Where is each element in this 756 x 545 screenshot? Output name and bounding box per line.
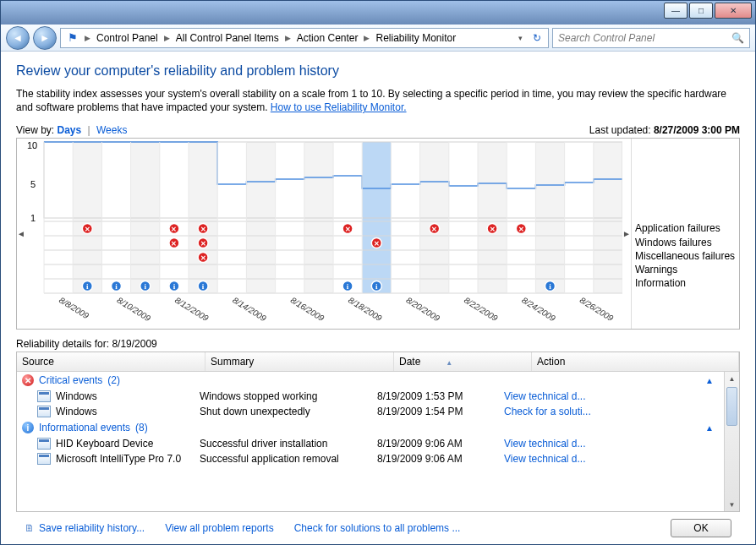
chevron-right-icon: ▶ <box>285 34 291 42</box>
cell-action-link[interactable]: View technical d... <box>504 390 734 402</box>
svg-text:✕: ✕ <box>85 226 90 233</box>
cell-source: Windows <box>37 406 200 417</box>
refresh-icon[interactable]: ↻ <box>529 32 545 44</box>
cell-summary: Successful driver installation <box>200 438 377 450</box>
svg-text:8/18/2009: 8/18/2009 <box>347 296 384 324</box>
save-history-link[interactable]: 🗎 Save reliability history... <box>25 522 145 534</box>
minimize-button[interactable]: — <box>664 3 688 19</box>
collapse-icon[interactable]: ▲ <box>705 423 714 433</box>
breadcrumb[interactable]: All Control Panel Items <box>173 32 282 44</box>
svg-text:8/20/2009: 8/20/2009 <box>404 296 441 324</box>
scrollbar[interactable]: ▲ ▼ <box>724 372 739 511</box>
breadcrumb[interactable]: Control Panel <box>94 32 161 44</box>
scroll-down-icon[interactable]: ▼ <box>725 498 739 511</box>
reliability-chart: ◄ 1051✕✕✕✕✕✕✕✕✕✕✕iiiiiiii8/8/20098/10/20… <box>16 138 740 330</box>
back-button[interactable]: ◄ <box>6 26 30 50</box>
col-date[interactable]: Date▲ <box>394 352 532 371</box>
cell-source: Microsoft IntelliType Pro 7.0 <box>37 453 200 465</box>
svg-text:8/26/2009: 8/26/2009 <box>578 296 616 324</box>
col-source[interactable]: Source <box>17 352 205 371</box>
collapse-icon[interactable]: ▲ <box>705 376 714 385</box>
reliability-monitor-window: — □ ✕ ◄ ► ⚑ ▶ Control Panel ▶ All Contro… <box>0 0 756 545</box>
svg-text:8/24/2009: 8/24/2009 <box>520 296 557 324</box>
svg-text:10: 10 <box>27 140 37 150</box>
search-icon[interactable]: 🔍 <box>731 32 744 44</box>
svg-text:✕: ✕ <box>345 226 351 233</box>
cell-summary: Shut down unexpectedly <box>200 406 377 417</box>
svg-text:5: 5 <box>30 179 36 189</box>
cell-action-link[interactable]: View technical d... <box>504 438 734 450</box>
table-row[interactable]: Microsoft IntelliType Pro 7.0Successful … <box>17 451 739 466</box>
maximize-button[interactable]: □ <box>689 3 713 19</box>
address-dropdown-icon[interactable]: ▾ <box>515 34 526 42</box>
app-icon <box>37 453 51 465</box>
group-label: Critical events <box>39 374 102 386</box>
error-icon: ✕ <box>22 374 34 386</box>
viewby-label: View by: <box>16 124 54 136</box>
cell-summary: Windows stopped working <box>200 390 377 402</box>
viewby-days[interactable]: Days <box>57 124 81 136</box>
ok-button[interactable]: OK <box>671 519 731 537</box>
table-header: Source Summary Date▲ Action <box>17 352 739 372</box>
table-row[interactable]: WindowsShut down unexpectedly8/19/2009 1… <box>17 404 739 419</box>
breadcrumb[interactable]: Reliability Monitor <box>373 32 458 44</box>
cell-action-link[interactable]: View technical d... <box>504 453 734 465</box>
legend-item: Information <box>635 276 736 290</box>
legend-item: Miscellaneous failures <box>635 249 736 263</box>
last-updated-value: 8/27/2009 3:00 PM <box>654 124 740 136</box>
app-icon <box>37 406 51 417</box>
scroll-right-button[interactable]: ► <box>622 139 631 329</box>
breadcrumb[interactable]: Action Center <box>294 32 361 44</box>
table-row[interactable]: HID Keyboard DeviceSuccessful driver ins… <box>17 436 739 451</box>
chart-canvas[interactable]: 1051✕✕✕✕✕✕✕✕✕✕✕iiiiiiii8/8/20098/10/2009… <box>25 139 622 329</box>
chevron-right-icon: ▶ <box>164 34 170 42</box>
chevron-right-icon: ▶ <box>364 34 370 42</box>
forward-button[interactable]: ► <box>33 26 57 50</box>
help-link[interactable]: How to use Reliability Monitor. <box>271 101 407 113</box>
details-table: Source Summary Date▲ Action ✕Critical ev… <box>16 352 740 512</box>
svg-text:✕: ✕ <box>374 240 380 248</box>
cell-date: 8/19/2009 1:53 PM <box>377 390 504 402</box>
titlebar: — □ ✕ <box>1 1 755 25</box>
chart-legend: Application failuresWindows failuresMisc… <box>631 139 739 329</box>
cell-source: Windows <box>37 390 200 402</box>
page-title: Review your computer's reliability and p… <box>16 63 740 79</box>
svg-text:✕: ✕ <box>171 226 177 233</box>
content-area: Review your computer's reliability and p… <box>1 52 755 544</box>
table-row[interactable]: WindowsWindows stopped working8/19/2009 … <box>17 389 739 404</box>
scroll-left-button[interactable]: ◄ <box>17 139 25 329</box>
details-header: Reliability details for: 8/19/2009 <box>16 338 740 350</box>
svg-text:✕: ✕ <box>518 226 524 233</box>
search-input[interactable]: Search Control Panel 🔍 <box>552 28 750 48</box>
address-bar[interactable]: ⚑ ▶ Control Panel ▶ All Control Panel It… <box>60 28 549 48</box>
close-button[interactable]: ✕ <box>715 3 752 19</box>
cell-action-link[interactable]: Check for a soluti... <box>504 406 734 417</box>
footer: 🗎 Save reliability history... View all p… <box>16 512 740 544</box>
check-solutions-link[interactable]: Check for solutions to all problems ... <box>294 522 461 534</box>
svg-text:1: 1 <box>30 213 36 223</box>
event-group[interactable]: iInformational events (8)▲ <box>17 419 739 436</box>
cell-date: 8/19/2009 9:06 AM <box>377 453 504 465</box>
col-summary[interactable]: Summary <box>205 352 394 371</box>
last-updated-label: Last updated: <box>589 124 651 136</box>
cell-summary: Successful application removal <box>200 453 377 465</box>
svg-text:✕: ✕ <box>490 226 496 233</box>
group-label: Informational events <box>39 422 130 433</box>
scroll-thumb[interactable] <box>726 387 737 426</box>
group-count: (2) <box>107 374 120 386</box>
event-group[interactable]: ✕Critical events (2)▲ <box>17 372 739 389</box>
save-icon: 🗎 <box>25 522 35 534</box>
app-icon <box>37 438 51 450</box>
viewby-weeks[interactable]: Weeks <box>96 124 127 136</box>
svg-text:8/22/2009: 8/22/2009 <box>463 296 500 324</box>
view-all-reports-link[interactable]: View all problem reports <box>165 522 274 534</box>
legend-item: Application failures <box>635 221 736 235</box>
scroll-up-icon[interactable]: ▲ <box>725 372 739 385</box>
svg-text:8/16/2009: 8/16/2009 <box>289 296 326 324</box>
sort-asc-icon: ▲ <box>446 359 452 367</box>
chevron-right-icon: ▶ <box>85 34 90 42</box>
cell-source: HID Keyboard Device <box>37 438 200 450</box>
table-body: ✕Critical events (2)▲WindowsWindows stop… <box>17 372 739 511</box>
svg-text:✕: ✕ <box>200 254 206 262</box>
col-action[interactable]: Action <box>532 352 739 371</box>
